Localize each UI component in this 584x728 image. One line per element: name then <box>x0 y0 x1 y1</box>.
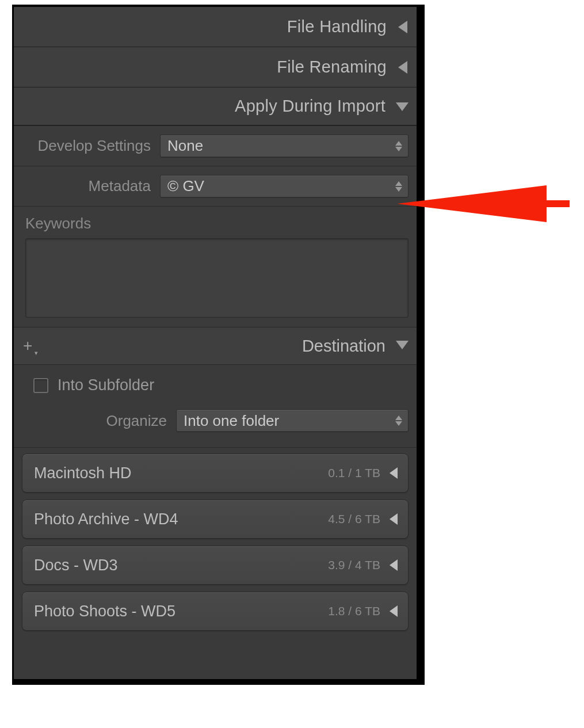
drive-name: Photo Shoots - WD5 <box>34 603 175 620</box>
section-title: File Handling <box>287 17 387 36</box>
develop-settings-label: Develop Settings <box>22 137 160 155</box>
drive-item[interactable]: Photo Archive - WD4 4.5 / 6 TB <box>22 500 409 539</box>
stepper-icon <box>393 413 404 429</box>
drive-size: 3.9 / 4 TB <box>328 558 380 572</box>
triangle-down-icon <box>396 101 409 112</box>
svg-marker-2 <box>396 102 409 111</box>
triangle-left-icon <box>388 513 399 525</box>
organize-dropdown[interactable]: Into one folder <box>176 409 409 432</box>
svg-marker-0 <box>398 21 407 33</box>
svg-marker-5 <box>395 181 402 186</box>
drive-size: 1.8 / 6 TB <box>328 604 380 618</box>
triangle-left-icon <box>388 559 399 571</box>
organize-label: Organize <box>22 412 176 430</box>
metadata-label: Metadata <box>22 177 160 195</box>
svg-marker-7 <box>396 341 409 349</box>
triangle-left-icon <box>397 21 409 33</box>
section-apply-during-import[interactable]: Apply During Import <box>14 87 417 125</box>
section-destination[interactable]: +▾ Destination <box>14 327 417 365</box>
drive-name: Macintosh HD <box>34 464 132 482</box>
drive-item[interactable]: Macintosh HD 0.1 / 1 TB <box>22 453 409 493</box>
triangle-left-icon <box>388 605 399 617</box>
organize-row: Organize Into one folder <box>22 409 409 444</box>
section-title: File Renaming <box>277 58 387 77</box>
triangle-left-icon <box>388 467 399 479</box>
svg-marker-12 <box>390 559 398 571</box>
keywords-label: Keywords <box>25 215 409 232</box>
apply-during-import-body: Develop Settings None Metadata © GV <box>14 125 417 327</box>
drive-name: Photo Archive - WD4 <box>34 510 178 528</box>
develop-settings-dropdown[interactable]: None <box>160 135 409 158</box>
triangle-down-icon <box>396 340 409 352</box>
svg-marker-6 <box>395 187 402 192</box>
svg-marker-1 <box>398 61 407 74</box>
triangle-left-icon <box>397 61 409 74</box>
into-subfolder-label: Into Subfolder <box>58 376 154 394</box>
right-panel: File Handling File Renaming Apply During… <box>12 5 425 685</box>
drive-size: 0.1 / 1 TB <box>328 466 380 480</box>
drive-item[interactable]: Photo Shoots - WD5 1.8 / 6 TB <box>22 592 409 631</box>
panel-inner: File Handling File Renaming Apply During… <box>14 7 417 679</box>
svg-marker-8 <box>395 416 402 420</box>
svg-marker-9 <box>395 421 402 426</box>
svg-marker-13 <box>390 605 398 617</box>
into-subfolder-row: Into Subfolder <box>22 371 409 409</box>
drive-item[interactable]: Docs - WD3 3.9 / 4 TB <box>22 546 409 585</box>
add-folder-icon[interactable]: +▾ <box>22 338 32 354</box>
destination-body: Into Subfolder Organize Into one folder <box>14 365 417 447</box>
into-subfolder-checkbox[interactable] <box>33 378 48 393</box>
drive-name: Docs - WD3 <box>34 557 118 574</box>
svg-marker-11 <box>390 513 398 525</box>
keywords-input[interactable] <box>25 238 409 318</box>
metadata-row: Metadata © GV <box>14 166 417 207</box>
dropdown-value: Into one folder <box>184 412 279 430</box>
section-title: Destination <box>302 337 385 356</box>
svg-marker-3 <box>395 141 402 146</box>
section-file-handling[interactable]: File Handling <box>14 7 417 47</box>
svg-marker-4 <box>395 147 402 151</box>
chevron-down-icon: ▾ <box>35 350 38 356</box>
section-title: Apply During Import <box>235 97 385 116</box>
section-file-renaming[interactable]: File Renaming <box>14 47 417 87</box>
keywords-section: Keywords <box>14 207 417 327</box>
stepper-icon <box>393 178 404 195</box>
drive-list: Macintosh HD 0.1 / 1 TB Photo Archive - … <box>14 447 417 636</box>
develop-settings-row: Develop Settings None <box>14 126 417 166</box>
dropdown-value: © GV <box>167 177 204 195</box>
dropdown-value: None <box>167 137 203 155</box>
svg-marker-10 <box>390 467 398 479</box>
drive-size: 4.5 / 6 TB <box>328 512 380 526</box>
metadata-dropdown[interactable]: © GV <box>160 175 409 198</box>
stepper-icon <box>393 138 404 154</box>
